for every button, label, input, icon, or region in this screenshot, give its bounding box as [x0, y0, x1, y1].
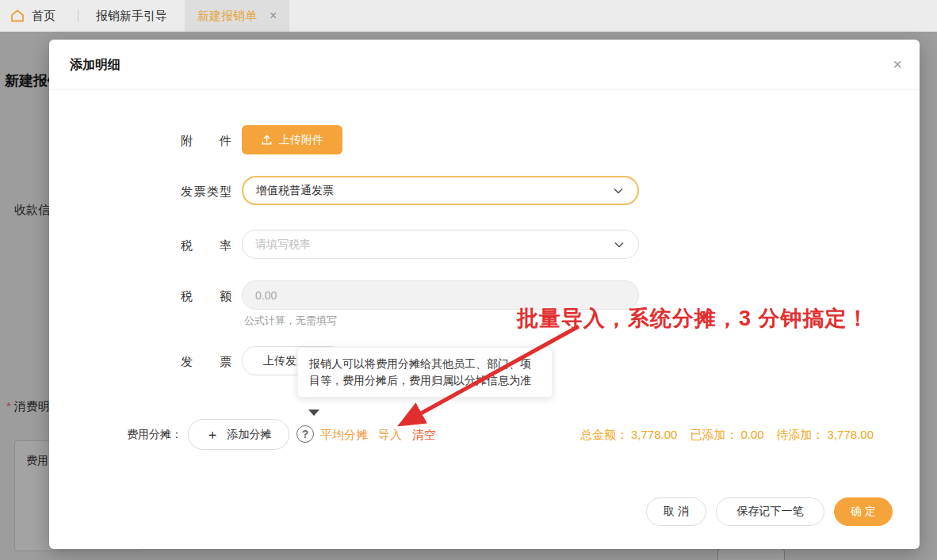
tab-close-icon[interactable]: × [270, 9, 277, 23]
allocation-links: 平均分摊 导入 清空 [320, 428, 436, 443]
cancel-button[interactable]: 取 消 [646, 497, 706, 526]
import-link[interactable]: 导入 [378, 428, 402, 443]
home-tab-label: 首页 [32, 9, 55, 24]
top-tab-bar: 首页 报销新手引导 新建报销单 × [0, 0, 937, 32]
pending-amount: 待添加：3,778.00 [777, 428, 874, 443]
average-allocation-link[interactable]: 平均分摊 [320, 428, 368, 443]
home-icon [10, 8, 25, 24]
invoice-type-label: 发票类型 [181, 185, 231, 200]
clear-link[interactable]: 清空 [412, 428, 436, 443]
add-allocation-label: 添加分摊 [228, 428, 272, 442]
save-and-next-button[interactable]: 保存记下一笔 [716, 497, 824, 526]
invoice-label: 发票 [181, 355, 231, 370]
modal-title: 添加明细 [70, 40, 120, 90]
home-tab[interactable]: 首页 [0, 8, 55, 24]
add-detail-modal: 添加明细 × 附件 上传附件 发票类型 增值税普通发票 税率 请填写税率 税额 … [49, 40, 920, 549]
tooltip-caret [308, 410, 319, 416]
active-tab-new-expense[interactable]: 新建报销单 × [185, 0, 289, 32]
tax-amount-value: 0.00 [255, 289, 625, 302]
annotation-text: 批量导入，系统分摊，3 分钟搞定！ [517, 304, 937, 333]
plus-icon: ＋ [206, 425, 220, 444]
total-amount: 总金额：3,778.00 [580, 428, 677, 443]
tax-rate-select[interactable]: 请填写税率 [242, 230, 639, 259]
allocation-label: 费用分摊： [127, 428, 182, 442]
invoice-type-value: 增值税普通发票 [256, 184, 612, 198]
tax-amount-hint: 公式计算，无需填写 [244, 314, 337, 328]
confirm-button[interactable]: 确 定 [834, 497, 893, 526]
active-tab-label: 新建报销单 [197, 9, 257, 24]
modal-footer: 取 消 保存记下一笔 确 定 [646, 497, 893, 526]
help-icon[interactable]: ? [296, 425, 314, 443]
tax-rate-placeholder: 请填写税率 [255, 238, 613, 252]
topbar-divider [78, 10, 78, 22]
added-amount: 已添加：0.00 [690, 428, 763, 443]
invoice-type-select[interactable]: 增值税普通发票 [242, 176, 639, 205]
chevron-down-icon [613, 238, 625, 251]
guide-tab[interactable]: 报销新手引导 [96, 9, 167, 24]
modal-close-icon[interactable]: × [893, 40, 902, 90]
upload-icon [261, 134, 273, 146]
add-allocation-button[interactable]: ＋ 添加分摊 [188, 419, 289, 450]
allocation-tooltip: 报销人可以将费用分摊给其他员工、部门、项目等，费用分摊后，费用归属以分摊信息为准 [297, 347, 553, 398]
attachment-label: 附件 [181, 134, 231, 149]
chevron-down-icon [612, 185, 625, 197]
tax-rate-label: 税率 [181, 238, 231, 253]
allocation-totals: 总金额：3,778.00 已添加：0.00 待添加：3,778.00 [580, 428, 874, 443]
tax-amount-label: 税额 [181, 289, 231, 304]
upload-attachment-button[interactable]: 上传附件 [242, 125, 342, 154]
modal-header: 添加明细 × [49, 40, 920, 90]
upload-attachment-label: 上传附件 [279, 133, 323, 147]
